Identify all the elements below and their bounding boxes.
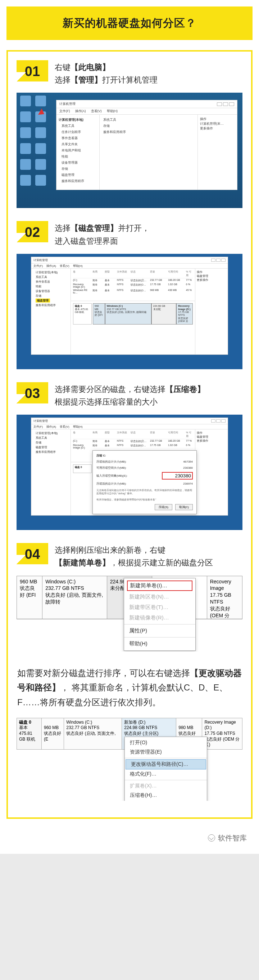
step-03-screenshot: 计算机管理 文件(F)操作(A) 查看(V)帮助(H) 计算机管理(本地) 系统… (17, 415, 242, 530)
step-num: 01 (25, 64, 40, 79)
step-num-badge: 01 (17, 60, 48, 81)
tree-panel[interactable]: 计算机管理(本地) 系统工具 任务计划程序 事件查看器 共享文件夹 本地用户和组… (57, 115, 99, 190)
step-04-text: 选择刚刚压缩出来的新卷，右键 【新建简单卷】，根据提示建立新的磁盘分区 (55, 543, 242, 569)
context-menu[interactable]: 打开(O) 资源管理器(E) 更改驱动器号和路径(C)… 格式化(F)… 扩展卷… (125, 737, 207, 801)
dialog-title: 压缩 C: (96, 453, 193, 458)
step-01-head: 01 右键【此电脑】 选择【管理】打开计算机管理 (8, 60, 251, 93)
source-label: 软件智库 (218, 833, 247, 843)
instruction-paragraph: 如需要对新分磁盘进行排序，可以在右键选择【更改驱动器号和路径】， 将其重新命名，… (8, 665, 251, 718)
step-num: 04 (25, 547, 40, 562)
step-02-screenshot: 计算机管理 文件(F) 操作(A) 查看(V) 帮助(H) 计算机管理(本地) (17, 254, 242, 369)
vol-row: (C:)简单 基本NTFS 状态良好(启…232.77 GB 180.20 GB… (73, 278, 193, 283)
step-03-head: 03 选择需要分区的磁盘，右键选择【压缩卷】 根据提示选择压缩容量的大小 (8, 382, 251, 415)
window-title: 计算机管理 (59, 102, 76, 107)
diskmgmt-window[interactable]: 计算机管理 文件(F)操作(A) 查看(V)帮助(H) 计算机管理(本地) 系统… (31, 418, 228, 515)
window-controls[interactable] (211, 259, 226, 262)
menu-change-drive-letter[interactable]: 更改驱动器号和路径(C)… (126, 759, 206, 770)
vol-row: Recovery Image (D:)简单 基本NTFS 状态良好(O…17.7… (73, 283, 193, 288)
step-04-head: 04 选择刚刚压缩出来的新卷，右键 【新建简单卷】，根据提示建立新的磁盘分区 (8, 543, 251, 576)
main-block: 01 右键【此电脑】 选择【管理】打开计算机管理 计算机管理 (6, 50, 253, 819)
shrink-dialog[interactable]: 压缩 C: 压缩前的总计大小(MB):467354 可用压缩空间大小(MB):2… (92, 450, 197, 514)
vol-row: Windows RE to…简单 基本NTFS 状态良好(O…960 MB 43… (73, 288, 193, 294)
desktop: 计算机管理 文件(F) 操作(A) 查看(V) 帮助(H) 计算机管理(本地) (17, 93, 242, 208)
shrink-amount-input[interactable] (162, 472, 193, 480)
step-01-screenshot: 计算机管理 文件(F) 操作(A) 查看(V) 帮助(H) 计算机管理(本地) (17, 93, 242, 208)
step-02-text: 选择【磁盘管理】并打开， 进入磁盘管理界面 (55, 221, 242, 247)
menu-new-simple-volume[interactable]: 新建简单卷(I)… (127, 581, 193, 591)
step-num: 02 (25, 224, 40, 240)
footer: 软件智库 (6, 829, 253, 847)
diskmgmt-window[interactable]: 计算机管理 文件(F) 操作(A) 查看(V) 帮助(H) 计算机管理(本地) (31, 257, 228, 355)
disk-graph[interactable]: 磁盘 0基本 475.81 GB 联机 960 MB状态良好 (EFI Wind… (71, 301, 195, 355)
context-menu[interactable]: 新建简单卷(I)… 新建跨区卷(N)… 新建带区卷(T)… 新建镜像卷(R)… … (124, 578, 196, 651)
page: 新买的机器硬盘如何分区？ 01 右键【此电脑】 选择【管理】打开计算机管理 计 (0, 0, 259, 854)
step-01-text: 右键【此电脑】 选择【管理】打开计算机管理 (55, 60, 242, 86)
disk-mgmt-item[interactable]: 磁盘管理 (36, 299, 50, 302)
actions-panel: 操作 计算机管理(本… 更多操作 (197, 115, 237, 190)
page-title: 新买的机器硬盘如何分区？ (11, 16, 248, 31)
center-panel: 系统工具 存储 服务和应用程序 (99, 115, 197, 190)
window-controls[interactable] (217, 102, 234, 106)
shrink-cancel-button[interactable]: 取消(C) (175, 504, 193, 510)
shrink-ok-button[interactable]: 压缩(S) (155, 504, 172, 510)
step-03-text: 选择需要分区的磁盘，右键选择【压缩卷】 根据提示选择压缩容量的大小 (55, 382, 242, 408)
title-block: 新买的机器硬盘如何分区？ (6, 6, 253, 40)
menu-bar[interactable]: 文件(F) 操作(A) 查看(V) 帮助(H) (57, 108, 237, 115)
step-02-head: 02 选择【磁盘管理】并打开， 进入磁盘管理界面 (8, 221, 251, 253)
step-05-screenshot: 磁盘 0基本 475.81 GB 联机 960 MB 状态良好 (E Windo… (17, 718, 242, 801)
step-num: 03 (25, 386, 40, 401)
volume-list[interactable]: 卷 布局 类型 文件系统 状态 容量 可用空间 % 可用 (71, 269, 195, 301)
mgmt-window[interactable]: 计算机管理 文件(F) 操作(A) 查看(V) 帮助(H) 计算机管理(本地) (56, 100, 237, 190)
tree-panel[interactable]: 计算机管理(本地) 系统工具 事件查看器 性能 设备管理器 存储 磁盘管理 服务… (31, 269, 71, 355)
source-icon (208, 834, 215, 842)
step-04-screenshot: 960 MB 状态良好 (EFI Windows (C:) 232.77 GB … (17, 576, 242, 652)
